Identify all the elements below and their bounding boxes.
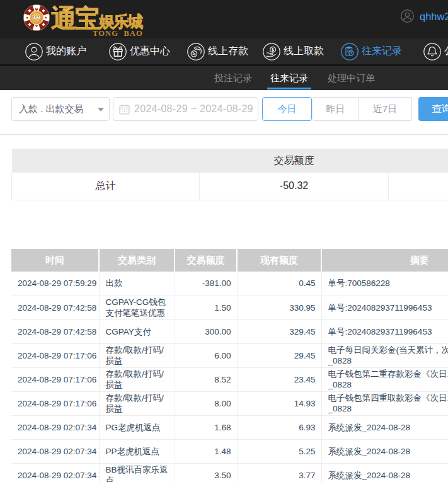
svg-text:TB: TB <box>33 14 41 21</box>
